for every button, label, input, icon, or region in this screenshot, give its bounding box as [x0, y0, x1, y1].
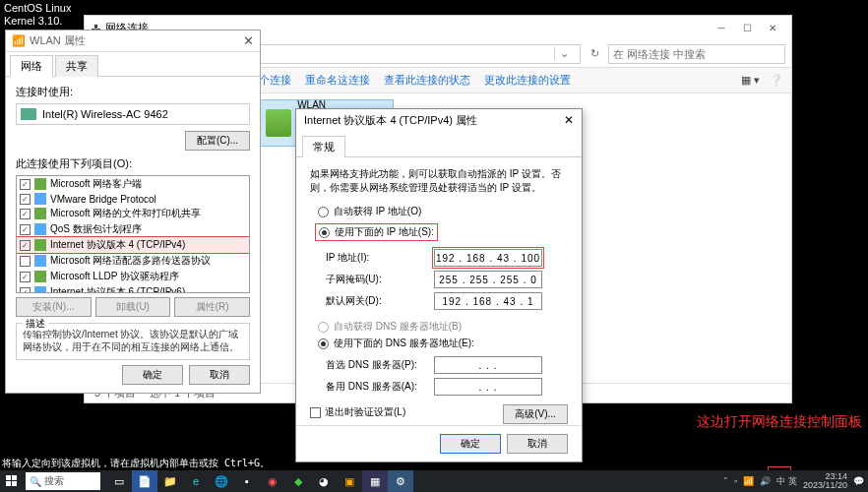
clock[interactable]: 23:14 2023/11/20: [803, 472, 847, 490]
cancel-button[interactable]: 取消: [189, 365, 250, 385]
checkbox[interactable]: [20, 179, 31, 190]
app-icon[interactable]: 📄: [132, 470, 157, 492]
uninstall-button[interactable]: 卸载(U): [95, 297, 171, 317]
start-button[interactable]: [0, 470, 24, 492]
settings-icon[interactable]: ⚙: [388, 470, 413, 492]
checkbox[interactable]: [20, 256, 31, 267]
nic-field: Intel(R) Wireless-AC 9462: [16, 103, 250, 125]
install-button[interactable]: 安装(N)...: [16, 297, 92, 317]
checkbox[interactable]: [20, 240, 31, 251]
protocol-item[interactable]: Internet 协议版本 6 (TCP/IPv6): [17, 284, 249, 293]
protocol-icon: [34, 271, 46, 282]
protocol-icon: [34, 286, 46, 293]
app-icon[interactable]: ◆: [285, 470, 311, 492]
close-button[interactable]: ✕: [760, 23, 785, 33]
protocol-label: Internet 协议版本 6 (TCP/IPv6): [50, 285, 185, 293]
protocol-icon: [34, 193, 46, 205]
refresh-icon[interactable]: ↻: [585, 47, 604, 60]
ipv4-titlebar[interactable]: Internet 协议版本 4 (TCP/IPv4) 属性 ✕: [296, 109, 582, 131]
props-titlebar[interactable]: 📶 WLAN 属性 ✕: [6, 31, 260, 52]
system-tray: ˄ ▫ 📶 🔊 中 英 23:14 2023/11/20 💬: [723, 472, 868, 490]
properties-button[interactable]: 属性(R): [174, 297, 250, 317]
protocol-item[interactable]: Microsoft 网络适配器多路传送器协议: [17, 253, 249, 269]
maximize-button[interactable]: ☐: [734, 23, 760, 33]
rename-button[interactable]: 重命名这连接: [305, 73, 370, 88]
cancel-button[interactable]: 取消: [507, 434, 568, 454]
tab-share[interactable]: 共享: [55, 55, 98, 77]
app-icon[interactable]: ▣: [337, 470, 362, 492]
search-input[interactable]: [608, 44, 785, 64]
protocol-icon: [34, 223, 46, 235]
taskbar-apps: ▭ 📄 📁 e 🌐 ▪ ◉ ◆ ◕ ▣ ▦ ⚙: [106, 470, 413, 492]
gateway-input[interactable]: 192 . 168 . 43 . 1: [434, 292, 542, 310]
annotation-text: 这边打开网络连接控制面板: [697, 413, 862, 431]
wifi-tray-icon[interactable]: 📶: [743, 476, 754, 486]
svg-rect-1: [12, 475, 17, 480]
radio-icon: [318, 207, 329, 217]
dns1-label: 首选 DNS 服务器(P):: [326, 358, 434, 372]
notification-icon[interactable]: 💬: [853, 476, 864, 486]
edge-icon[interactable]: e: [183, 470, 209, 492]
dns1-input[interactable]: . . .: [434, 356, 542, 374]
close-icon[interactable]: ✕: [243, 33, 254, 48]
nic-icon: [21, 108, 36, 120]
radio-auto-ip[interactable]: 自动获得 IP 地址(O): [310, 205, 568, 218]
dns2-input[interactable]: . . .: [434, 378, 542, 396]
help-icon[interactable]: ❔: [770, 74, 783, 87]
wifi-icon: [266, 109, 291, 137]
configure-button[interactable]: 配置(C)...: [185, 131, 250, 151]
protocol-label: VMware Bridge Protocol: [50, 194, 156, 205]
ime-indicator[interactable]: 中 英: [776, 475, 797, 488]
protocol-label: Microsoft LLDP 协议驱动程序: [50, 270, 179, 283]
checkbox[interactable]: [20, 272, 31, 282]
protocol-item[interactable]: Microsoft LLDP 协议驱动程序: [17, 269, 249, 284]
close-icon[interactable]: ✕: [564, 113, 574, 127]
chrome-icon[interactable]: ◕: [311, 470, 337, 492]
protocol-item[interactable]: Microsoft 网络的文件和打印机共享: [17, 206, 249, 221]
connect-using-label: 连接时使用:: [16, 85, 250, 99]
taskview-icon[interactable]: ▭: [106, 470, 132, 492]
checkbox[interactable]: [20, 209, 31, 219]
tray-up-icon[interactable]: ˄: [723, 476, 728, 486]
app-icon[interactable]: ◉: [260, 470, 285, 492]
protocol-list[interactable]: Microsoft 网络客户端VMware Bridge ProtocolMic…: [16, 175, 250, 293]
radio-manual-dns[interactable]: 使用下面的 DNS 服务器地址(E):: [310, 337, 568, 350]
minimize-button[interactable]: ─: [709, 23, 734, 33]
ok-button[interactable]: 确定: [440, 434, 501, 454]
protocol-item[interactable]: Microsoft 网络客户端: [17, 176, 249, 192]
tab-general[interactable]: 常规: [302, 136, 345, 157]
checkbox[interactable]: [20, 287, 31, 294]
mask-label: 子网掩码(U):: [326, 273, 434, 286]
ip-address-input[interactable]: 192 . 168 . 43 . 100: [434, 249, 542, 267]
checkbox[interactable]: [20, 194, 31, 205]
subnet-mask-input[interactable]: 255 . 255 . 255 . 0: [434, 271, 542, 288]
radio-manual-ip[interactable]: 使用下面的 IP 地址(S):: [316, 224, 437, 240]
browser-icon[interactable]: 🌐: [209, 470, 234, 492]
view-status-button[interactable]: 查看此连接的状态: [384, 73, 470, 88]
protocol-item[interactable]: VMware Bridge Protocol: [17, 192, 249, 206]
protocol-item[interactable]: Internet 协议版本 4 (TCP/IPv4): [17, 237, 249, 253]
taskbar: 🔍 搜索 ▭ 📄 📁 e 🌐 ▪ ◉ ◆ ◕ ▣ ▦ ⚙ ˄ ▫ 📶 🔊 中 英…: [0, 470, 868, 492]
radio-auto-dns: 自动获得 DNS 服务器地址(B): [310, 320, 568, 334]
explorer-icon[interactable]: 📁: [157, 470, 183, 492]
protocol-item[interactable]: QoS 数据包计划程序: [17, 221, 249, 237]
protocol-icon: [34, 239, 46, 251]
advanced-button[interactable]: 高级(V)...: [503, 404, 568, 424]
svg-rect-3: [12, 481, 17, 486]
ipv4-properties-dialog: Internet 协议版本 4 (TCP/IPv4) 属性 ✕ 常规 如果网络支…: [295, 108, 583, 462]
tab-network[interactable]: 网络: [10, 55, 53, 77]
view-icon[interactable]: ▦ ▾: [741, 74, 760, 87]
ok-button[interactable]: 确定: [122, 365, 183, 385]
chevron-down-icon[interactable]: ⌄: [554, 47, 574, 60]
vmware-icon[interactable]: ▦: [362, 470, 388, 492]
volume-icon[interactable]: 🔊: [760, 476, 771, 486]
taskbar-search[interactable]: 🔍 搜索: [26, 472, 100, 490]
tray-icon[interactable]: ▫: [734, 476, 737, 486]
checkbox[interactable]: [20, 224, 31, 235]
dns2-label: 备用 DNS 服务器(A):: [326, 380, 434, 394]
description-group: 描述 传输控制协议/Internet 协议。该协议是默认的广域网络协议，用于在不…: [16, 323, 250, 360]
ip-label: IP 地址(I):: [326, 251, 434, 265]
change-settings-button[interactable]: 更改此连接的设置: [484, 73, 571, 88]
svg-rect-0: [6, 475, 11, 480]
terminal-icon[interactable]: ▪: [234, 470, 260, 492]
